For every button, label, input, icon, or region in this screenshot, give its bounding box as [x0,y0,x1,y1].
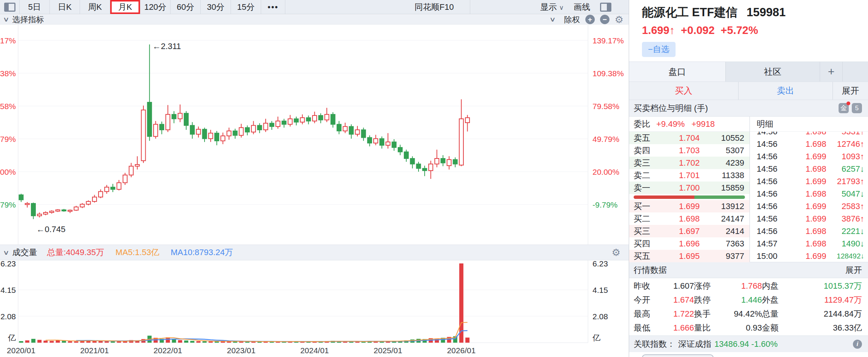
tab-月K[interactable]: 月K [110,0,140,14]
md-label: 最低 [634,322,658,334]
panel-layout-icon[interactable] [600,3,611,12]
bid-row[interactable]: 买四1.6967363 [629,237,749,250]
ask-row[interactable]: 卖三1.7024239 [629,157,749,169]
bid-row[interactable]: 买二1.69824147 [629,212,749,225]
candlestick [374,135,378,145]
tab-5日[interactable]: 5日 [20,0,50,14]
candlestick [172,111,176,123]
quote-panel: 能源化工 ETF建信 159981 1.699↑ +0.092 +5.72% −… [629,0,868,357]
volume-bar [184,340,188,343]
tick-row: 14:561.6985331↑ [750,132,868,138]
candlestick [74,206,78,211]
panel-tab-盘口[interactable]: 盘口 [629,62,726,82]
chart-region: 139.17%139.17%109.38%109.38%79.58%79.58%… [0,0,629,357]
tab-30分[interactable]: 30分 [201,0,231,14]
stock-code: 159981 [746,6,785,19]
volume-bar [105,341,109,343]
expand-market-data-button[interactable]: 展开 [845,265,862,276]
ask-row[interactable]: 卖四1.7035307 [629,144,749,157]
volume-bar [37,340,42,343]
related-index-label: 关联指数： [634,339,675,350]
expand-trade-button[interactable]: 展开 [833,82,868,100]
display-menu[interactable]: 显示 ∨ [540,2,564,13]
candlestick [325,108,329,122]
detail-list[interactable]: 14:561.6985331↑14:561.69812746↑14:561.69… [750,132,868,262]
tab-120分[interactable]: 120分 [140,0,171,14]
tab-60分[interactable]: 60分 [171,0,201,14]
info-icon[interactable]: i [853,340,862,349]
tab-同花顺F10[interactable]: 同花顺F10 [399,0,470,14]
tick-row: 14:561.6985047↓ [750,188,868,200]
related-index-name[interactable]: 深证成指 [678,339,711,350]
market-data-header: 行情数据 展开 [629,262,868,278]
candlestick [306,115,311,124]
sell-button[interactable]: 卖出 [739,82,833,100]
draw-line-button[interactable]: 画线 [574,2,590,13]
gear-icon[interactable]: ⚙ [615,15,623,25]
md-label: 换手 [694,308,718,320]
chevron-down-icon[interactable]: ∨ [549,15,556,23]
ask-row[interactable]: 卖五1.70410552 [629,132,749,144]
collapse-sidebar-button[interactable] [0,0,20,14]
volume-bar [245,342,249,343]
candlestick [80,203,85,208]
tab-•••[interactable]: ••• [261,0,285,14]
bid-row[interactable]: 买三1.6972414 [629,225,749,237]
gear-icon[interactable]: ⚙ [612,248,620,257]
tick-row: 14:561.69812746↑ [750,138,868,150]
add-tab-button[interactable]: + [820,62,843,82]
candlestick [92,195,97,202]
candlestick [68,209,72,213]
market-data-row: 今开1.674跌停1.446外盘1129.47万 [629,293,868,307]
zoom-in-button[interactable]: + [585,15,595,24]
vol-axis-label: 2.08 [0,312,16,321]
ask-row[interactable]: 卖一1.70015859 [629,182,749,194]
tab-周K[interactable]: 周K [80,0,110,14]
bid-row[interactable]: 买一1.69913912 [629,200,749,212]
panel-tab-社区[interactable]: 社区 [726,62,820,82]
indicator-right-tools: ∨ 除权 + − ⚙ [546,14,629,25]
ratio-green-segment [694,195,745,199]
badge-金[interactable]: 金 [839,103,849,113]
tick-row: 14:571.6981490↓ [750,237,868,250]
tab-日K[interactable]: 日K [50,0,80,14]
date-label: 2025/01 [374,346,402,355]
ask-row[interactable]: 卖二1.70111338 [629,169,749,182]
tab-15分[interactable]: 15分 [231,0,261,14]
price-change: +0.092 [681,24,715,37]
candlestick [190,122,194,139]
candlestick [209,130,213,142]
exright-label[interactable]: 除权 [564,14,580,25]
remove-watchlist-button[interactable]: −自选 [642,42,676,57]
chevron-down-icon[interactable]: ∨ [3,249,9,257]
zoom-out-button[interactable]: − [600,15,609,24]
select-indicator-label[interactable]: 选择指标 [12,14,44,25]
volume-bar [19,341,23,343]
candlestick [453,157,457,167]
market-data-row: 最低1.666量比0.93金额36.33亿 [629,321,868,335]
levels-bar: 买卖档位与明细 (手) 金5 [629,100,868,117]
candlestick [337,121,341,134]
candlestick [368,135,372,146]
candlestick [154,121,158,139]
candlestick [135,156,139,169]
badge-5[interactable]: 5 [852,103,862,113]
indicator-bar: ∨ 选择指标 ∨ 除权 + − ⚙ [0,15,629,25]
date-label: 2024/01 [300,346,329,355]
candlestick [435,150,439,168]
current-price: 1.699↑ [642,24,675,37]
chevron-down-icon[interactable]: ∨ [3,15,9,23]
weibi-num: +9918 [691,119,715,129]
candlestick [251,121,255,134]
candlestick [184,111,188,130]
md-value: 1.666 [658,323,694,333]
stock-title: 能源化工 ETF建信 159981 [629,0,868,20]
collapse-left-icon [4,3,15,12]
bid-row[interactable]: 买五1.6959377 [629,250,749,262]
toolbar-right: 显示 ∨ 画线 [540,0,629,14]
candlestick [257,123,262,133]
volume-bar [31,339,35,343]
buy-button[interactable]: 买入 [629,82,739,100]
volume-ma10: MA10:8793.24万 [171,247,233,258]
clipped-button [642,354,714,357]
